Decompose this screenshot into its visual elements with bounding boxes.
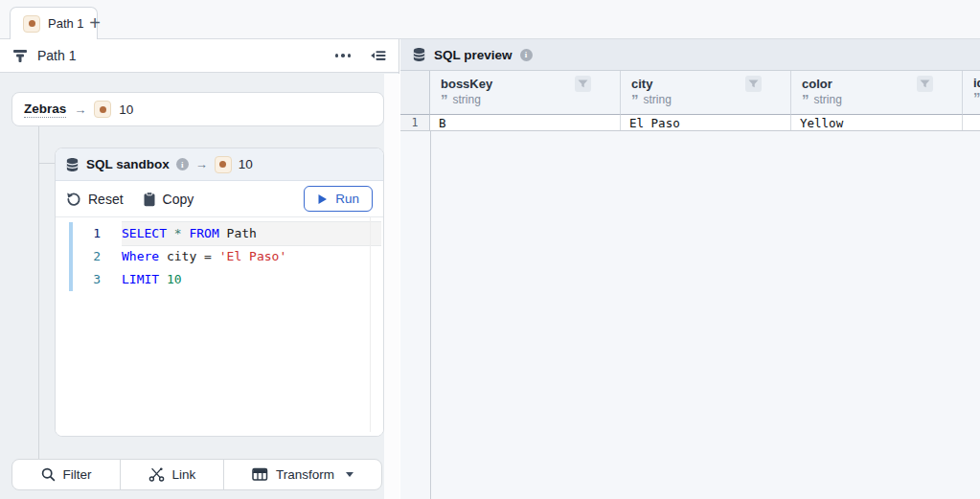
transform-button[interactable]: Transform	[223, 460, 381, 489]
code-text: SELECT * FROM Path	[122, 221, 381, 246]
code-line-2: 2 Where city = 'El Paso'	[56, 245, 383, 268]
string-type-icon: ”	[802, 95, 809, 104]
run-button[interactable]: Run	[304, 186, 373, 212]
chevron-down-icon	[346, 472, 353, 477]
cell-id[interactable]	[963, 115, 980, 130]
code-text: Where city = 'El Paso'	[122, 245, 383, 268]
sandbox-toolbar: Reset Copy	[56, 181, 383, 217]
reset-button[interactable]: Reset	[66, 192, 124, 207]
filter-button[interactable]: Filter	[12, 460, 120, 489]
column-type: string	[814, 93, 842, 106]
panel-title: Path 1	[37, 48, 76, 63]
new-tab-button[interactable]: +	[80, 9, 109, 37]
column-header-city[interactable]: city ” string	[621, 71, 791, 115]
column-type: string	[644, 93, 672, 106]
column-header-color[interactable]: color ” string	[791, 71, 963, 115]
sandbox-row-count: 10	[239, 157, 253, 171]
copy-label: Copy	[163, 192, 194, 207]
row-number: 1	[400, 115, 430, 130]
code-line-3: 3 LIMIT 10	[56, 268, 383, 291]
plus-icon: +	[89, 12, 101, 34]
line-number: 3	[56, 268, 101, 291]
sql-preview-panel: SQL preview i bossKey ” string ci	[400, 39, 980, 499]
sql-sandbox-card: SQL sandbox i → 10 Reset	[55, 147, 384, 437]
link-button[interactable]: Link	[120, 460, 223, 489]
collapse-panel-icon[interactable]	[370, 48, 386, 63]
info-icon[interactable]: i	[176, 158, 189, 170]
path-panel: Path 1 Zebras →	[0, 39, 399, 499]
result-badge-icon	[94, 101, 111, 118]
reset-icon	[66, 192, 81, 207]
tree-connector-horizontal	[39, 163, 55, 164]
search-icon	[41, 467, 56, 482]
preview-table-row-1[interactable]: 1 B El Paso Yellow	[400, 115, 980, 131]
line-number: 1	[56, 222, 101, 245]
cell-city[interactable]: El Paso	[621, 115, 791, 130]
arrow-right-icon: →	[195, 157, 208, 171]
tree-connector-vertical	[38, 126, 39, 459]
column-type: string	[453, 93, 481, 106]
result-badge-icon	[215, 156, 232, 173]
app-window: Path 1 + Path 1	[0, 0, 980, 499]
cell-bosskey[interactable]: B	[430, 115, 621, 130]
preview-table-header: bossKey ” string city	[400, 71, 980, 115]
panel-gutter	[384, 74, 399, 499]
path-funnel-icon	[12, 48, 28, 63]
string-type-icon: ”	[631, 95, 639, 104]
sql-preview-header: SQL preview i	[400, 39, 980, 71]
run-label: Run	[335, 192, 359, 206]
column-header-id[interactable]: id ” string	[963, 71, 980, 115]
more-options-icon[interactable]	[333, 50, 353, 61]
node-actions-bar: Filter Link	[11, 459, 382, 490]
tab-bar: Path 1 +	[0, 0, 980, 39]
path-panel-header: Path 1	[0, 39, 399, 73]
row-number-column-divider	[430, 131, 431, 499]
column-name: city	[631, 77, 652, 91]
database-icon	[65, 157, 80, 172]
string-type-icon: ”	[441, 95, 448, 104]
path-badge-icon	[23, 15, 40, 33]
column-filter-icon[interactable]	[745, 76, 762, 92]
column-header-bosskey[interactable]: bossKey ” string	[430, 71, 621, 115]
link-icon	[148, 467, 165, 482]
clipboard-icon	[143, 192, 156, 207]
reset-label: Reset	[88, 192, 124, 207]
column-filter-icon[interactable]	[575, 76, 591, 92]
database-icon	[412, 47, 426, 62]
zebras-node-card[interactable]: Zebras → 10	[11, 92, 384, 126]
sql-sandbox-header: SQL sandbox i → 10	[56, 148, 383, 181]
play-icon	[317, 193, 328, 205]
tab-label: Path 1	[48, 16, 84, 31]
path-panel-body: Zebras → 10 SQL sandbox i	[0, 74, 399, 499]
change-indicator-bar	[69, 222, 73, 291]
copy-button[interactable]: Copy	[143, 192, 194, 207]
sql-code-editor[interactable]: 1 SELECT * FROM Path 2 Where city = 'El …	[56, 217, 383, 436]
preview-title: SQL preview	[434, 48, 513, 62]
string-type-icon: ”	[973, 93, 980, 102]
link-label: Link	[172, 467, 196, 482]
sandbox-title: SQL sandbox	[86, 157, 170, 171]
filter-label: Filter	[63, 467, 92, 482]
editor-scrollbar[interactable]	[370, 217, 371, 432]
zebras-table-link[interactable]: Zebras	[24, 102, 66, 118]
zebras-row-count: 10	[119, 102, 133, 117]
column-filter-icon[interactable]	[917, 76, 933, 92]
cell-color[interactable]: Yellow	[791, 115, 963, 130]
line-number: 2	[56, 245, 101, 268]
column-name: color	[802, 77, 832, 91]
code-line-1: 1 SELECT * FROM Path	[56, 222, 383, 245]
column-name: id	[973, 76, 980, 90]
transform-table-icon	[252, 467, 268, 482]
transform-label: Transform	[276, 467, 334, 482]
row-number-header	[400, 71, 430, 115]
arrow-right-icon: →	[74, 102, 86, 117]
code-text: LIMIT 10	[122, 268, 383, 291]
info-icon[interactable]: i	[520, 49, 533, 61]
column-name: bossKey	[441, 77, 492, 91]
